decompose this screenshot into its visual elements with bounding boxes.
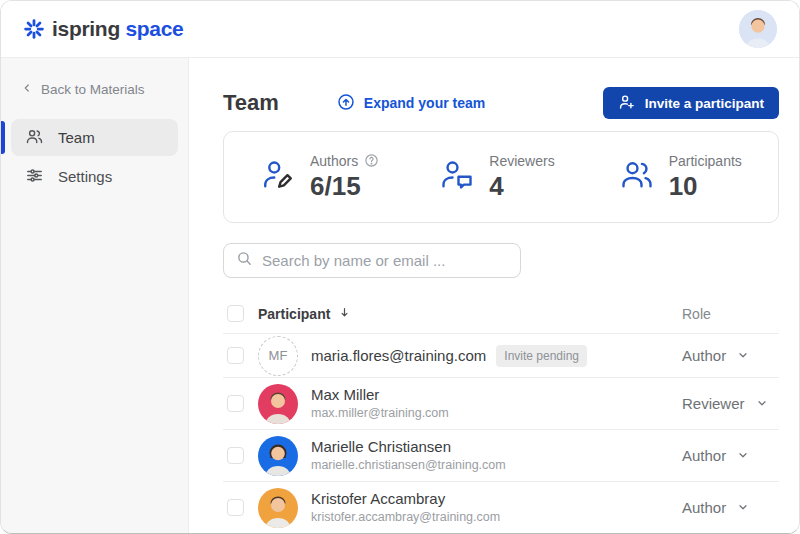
search-input[interactable] [262,252,508,269]
expand-team-link[interactable]: Expand your team [337,93,485,114]
role-value: Reviewer [682,395,745,412]
participant-email: marielle.christiansen@training.com [311,457,506,473]
reviewer-chat-icon [439,157,475,197]
chevron-down-icon [737,347,749,365]
person-plus-icon [618,93,636,114]
role-value: Author [682,447,726,464]
stat-reviewers-label: Reviewers [489,153,554,169]
stat-authors-text: Authors 6/15 [310,153,379,202]
role-dropdown[interactable]: Author [682,499,749,517]
table-row: Max Miller max.miller@training.com Revie… [223,378,779,430]
invite-button-label: Invite a participant [645,96,764,111]
back-to-materials-link[interactable]: Back to Materials [1,78,188,101]
participants-group-icon [619,157,655,197]
content-area: Back to Materials Team [1,58,799,533]
row-checkbox[interactable] [227,347,244,364]
role-column-header: Role [682,306,711,322]
row-checkbox[interactable] [227,395,244,412]
ispring-flower-icon [23,18,45,40]
role-dropdown[interactable]: Author [682,347,749,365]
search-icon [236,250,253,271]
participant-name: Marielle Christiansen [311,438,506,457]
participant-info: Max Miller max.miller@training.com [311,386,449,422]
participant-column-header[interactable]: Participant [258,306,351,322]
row-checkbox[interactable] [227,499,244,516]
sidebar-item-team[interactable]: Team [11,119,178,156]
expand-link-label: Expand your team [364,95,485,111]
settings-sliders-icon [25,166,44,188]
participant-header-label: Participant [258,306,330,322]
participant-name: Max Miller [311,386,449,405]
sidebar-item-settings[interactable]: Settings [11,158,178,195]
row-checkbox[interactable] [227,447,244,464]
stat-participants-label: Participants [669,153,742,169]
participant-info: Marielle Christiansen marielle.christian… [311,438,506,474]
stat-reviewers-value: 4 [489,171,554,202]
back-link-label: Back to Materials [41,82,145,97]
avatar [258,488,298,528]
avatar [258,384,298,424]
stat-reviewers-text: Reviewers 4 [489,153,554,202]
team-icon [25,127,44,149]
participant-info: Kristofer Accambray kristofer.accambray@… [311,490,500,526]
stat-reviewers: Reviewers 4 [411,153,590,202]
search-box [223,243,521,278]
table-row: Kristofer Accambray kristofer.accambray@… [223,482,779,533]
role-dropdown[interactable]: Author [682,447,749,465]
table-header-row: Participant Role [223,294,779,334]
topbar: ispring space [1,1,799,58]
participant-email: kristofer.accambray@training.com [311,509,500,525]
participants-table: Participant Role MF maria.flores@trainin… [223,294,779,533]
chevron-left-icon [21,82,33,97]
invite-participant-button[interactable]: Invite a participant [603,87,779,119]
avatar-initials: MF [258,336,298,376]
brand-logo[interactable]: ispring space [23,17,184,41]
chevron-down-icon [756,395,768,413]
role-value: Author [682,499,726,516]
circle-arrow-up-icon [337,93,355,114]
help-icon[interactable] [364,153,379,168]
page-header: Team Expand your team [223,87,779,119]
stat-participants: Participants 10 [591,153,770,202]
chevron-down-icon [737,499,749,517]
invite-pending-badge: Invite pending [496,345,587,367]
page-title: Team [223,90,279,116]
role-dropdown[interactable]: Reviewer [682,395,768,413]
stat-participants-text: Participants 10 [669,153,742,202]
chevron-down-icon [737,447,749,465]
stat-participants-value: 10 [669,171,742,202]
stat-authors: Authors 6/15 [232,153,411,202]
participant-name: Kristofer Accambray [311,490,500,509]
table-row: Marielle Christiansen marielle.christian… [223,430,779,482]
stat-authors-label: Authors [310,153,358,169]
sort-arrow-down-icon [338,306,351,322]
author-pencil-icon [260,157,296,197]
sidebar-team-label: Team [58,129,95,146]
team-stats-card: Authors 6/15 [223,131,779,223]
participant-email: maria.flores@training.com [311,347,486,364]
app-window: ispring space Back to Materials [0,0,800,534]
main-panel: Team Expand your team [189,58,799,533]
table-row: MF maria.flores@training.com Invite pend… [223,334,779,378]
select-all-checkbox[interactable] [227,305,244,322]
participant-email: max.miller@training.com [311,405,449,421]
sidebar: Back to Materials Team [1,58,189,533]
user-avatar[interactable] [739,10,777,48]
sidebar-settings-label: Settings [58,168,112,185]
avatar [258,436,298,476]
role-value: Author [682,347,726,364]
stat-authors-value: 6/15 [310,171,379,202]
brand-name: ispring space [52,17,184,41]
